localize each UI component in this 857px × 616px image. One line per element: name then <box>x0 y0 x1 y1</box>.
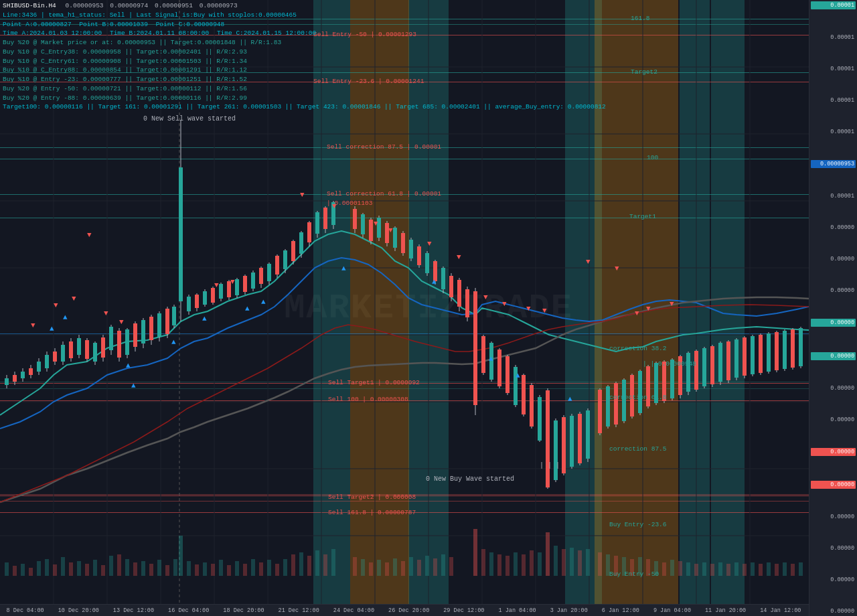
svg-rect-261 <box>353 557 357 576</box>
svg-rect-241 <box>179 536 183 576</box>
svg-rect-92 <box>275 256 279 275</box>
arrow-down-13: ▼ <box>427 240 432 248</box>
svg-rect-299 <box>678 561 682 576</box>
svg-rect-313 <box>791 564 795 576</box>
label-sell-100: Sell 100 | 0.00000308 <box>328 396 408 403</box>
arrow-down-1: ▼ <box>31 321 35 329</box>
buy-line-4: Buy %10 @ C_Entry88: 0.00000854 || Targe… <box>3 66 471 75</box>
svg-rect-192 <box>694 351 698 390</box>
price-tick-7: 0.00001 <box>811 193 856 200</box>
svg-rect-238 <box>157 560 161 576</box>
svg-rect-154 <box>538 397 542 441</box>
svg-rect-276 <box>489 552 493 576</box>
svg-rect-224 <box>45 559 49 576</box>
svg-rect-253 <box>275 564 279 576</box>
svg-rect-198 <box>718 343 722 382</box>
svg-rect-246 <box>219 560 223 576</box>
svg-rect-54 <box>125 329 129 355</box>
svg-rect-68 <box>172 307 176 325</box>
arrow-down-9: ▼ <box>300 191 305 199</box>
svg-rect-251 <box>259 562 263 576</box>
svg-rect-234 <box>125 559 129 576</box>
svg-rect-218 <box>799 328 803 366</box>
svg-rect-262 <box>361 559 365 576</box>
label-1618: 161.8 <box>631 15 650 22</box>
arrow-down-19: ▼ <box>586 258 591 266</box>
svg-rect-259 <box>323 554 327 576</box>
symbol-line: SHIBUSD-Bin.H4 0.00000953 0.00000974 0.0… <box>3 1 471 11</box>
svg-rect-222 <box>29 568 33 576</box>
arrow-up-11: ▲ <box>516 372 520 380</box>
arrow-down-23: ▼ <box>670 300 674 308</box>
label-buy-entry-236: Buy Entry -23.6 <box>609 521 667 528</box>
svg-rect-283 <box>546 532 550 576</box>
svg-rect-284 <box>554 546 558 576</box>
svg-rect-223 <box>37 561 41 576</box>
price-tick-current: 0.00000953 <box>811 160 856 168</box>
svg-rect-170 <box>606 386 610 427</box>
svg-rect-258 <box>315 550 319 576</box>
svg-rect-26 <box>13 375 17 382</box>
label-sell-correction-875: Sell correction 87.5 | 0.00001 <box>327 143 441 151</box>
svg-rect-136 <box>465 289 469 317</box>
buy-line-2: Buy %10 @ C_Entry38: 0.00000958 || Targe… <box>3 48 471 57</box>
svg-rect-301 <box>694 564 698 576</box>
time-4: 16 Dec 04:00 <box>168 607 210 614</box>
svg-rect-312 <box>783 562 787 576</box>
label-100: 100 <box>647 154 658 161</box>
svg-rect-52 <box>117 331 121 358</box>
svg-rect-40 <box>69 341 73 358</box>
svg-rect-160 <box>562 417 566 473</box>
svg-rect-225 <box>53 564 57 576</box>
time-axis: 8 Dec 04:00 10 Dec 20:00 13 Dec 12:00 16… <box>0 604 809 616</box>
price-tick-14: 0.00000 <box>811 416 856 423</box>
svg-rect-82 <box>235 279 239 295</box>
svg-rect-307 <box>743 564 747 576</box>
svg-rect-219 <box>5 562 9 576</box>
time-10: 1 Jan 04:00 <box>499 607 538 614</box>
arrow-up-5: ▲ <box>202 315 207 323</box>
price-tick-bot: 0.00000 <box>811 608 856 615</box>
label-sell-correction-618: Sell correction 61.8 | 0.00001 <box>327 190 441 198</box>
arrow-up-13: ▲ <box>131 382 136 390</box>
arrow-down-3: ▼ <box>72 295 76 303</box>
arrow-down-20: ▼ <box>615 264 619 273</box>
price-tick-green1: 0.00000 <box>811 319 856 327</box>
price-tick-2: 0.00001 <box>811 34 856 41</box>
svg-rect-281 <box>530 550 534 576</box>
svg-rect-70 <box>187 297 191 311</box>
svg-rect-256 <box>299 552 303 576</box>
time-3: 13 Dec 12:00 <box>113 607 155 614</box>
tick-marks: | | | <box>540 462 560 469</box>
svg-rect-86 <box>251 273 255 289</box>
svg-rect-266 <box>393 558 397 576</box>
svg-rect-240 <box>173 559 177 576</box>
time-14: 11 Jan 20:00 <box>705 607 747 614</box>
svg-rect-282 <box>538 552 542 576</box>
svg-rect-228 <box>77 561 81 576</box>
label-val-948: | | 0.00000948 <box>643 360 696 368</box>
svg-rect-303 <box>710 564 714 576</box>
svg-rect-210 <box>767 333 771 372</box>
arrow-down-17: ▼ <box>526 305 531 313</box>
svg-rect-158 <box>554 420 558 480</box>
svg-rect-28 <box>21 372 25 378</box>
svg-rect-126 <box>425 253 429 273</box>
buy-line-6: Buy %20 @ Entry -50: 0.00000721 || Targe… <box>3 84 471 94</box>
arrow-up-10: ▲ <box>489 355 493 363</box>
arrow-up-9: ▲ <box>432 278 437 286</box>
arrow-up-6: ▲ <box>245 305 250 313</box>
price-tick-red1: 0.00000 <box>811 448 856 456</box>
svg-rect-44 <box>85 340 89 359</box>
price-tick-17: 0.00000 <box>811 514 856 520</box>
svg-rect-166 <box>586 410 590 459</box>
price-tick-13: 0.00000 <box>811 385 856 392</box>
svg-rect-50 <box>109 327 113 350</box>
svg-rect-156 <box>546 390 550 487</box>
svg-rect-216 <box>791 329 795 368</box>
arrow-down-18: ▼ <box>542 307 547 315</box>
svg-rect-150 <box>522 375 526 414</box>
svg-rect-118 <box>393 228 397 248</box>
price-tick-4: 0.00001 <box>811 97 856 104</box>
time-12: 6 Jan 12:00 <box>602 607 641 614</box>
